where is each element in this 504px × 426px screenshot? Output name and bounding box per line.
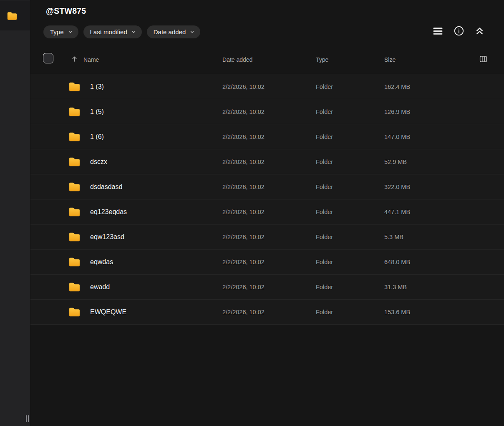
filter-pill-last-modified[interactable]: Last modified bbox=[83, 25, 142, 38]
table-row[interactable]: eqw123asd 2/2/2026, 10:02 Folder 5.3 MB bbox=[30, 224, 504, 249]
row-date-added: 2/2/2026, 10:02 bbox=[222, 284, 265, 290]
row-size: 5.3 MB bbox=[384, 234, 403, 240]
row-name: 1 (5) bbox=[90, 108, 104, 116]
table-header: Name Date added Type Size bbox=[30, 50, 504, 74]
row-type: Folder bbox=[316, 309, 333, 315]
row-name: eqw123asd bbox=[90, 233, 124, 241]
row-type: Folder bbox=[316, 284, 333, 290]
folder-icon bbox=[68, 81, 81, 92]
filter-toolbar: Type Last modified Date added bbox=[43, 25, 200, 38]
row-size: 447.1 MB bbox=[384, 209, 410, 215]
row-type: Folder bbox=[316, 134, 333, 140]
row-size: 126.9 MB bbox=[384, 108, 410, 115]
column-header-size[interactable]: Size bbox=[384, 56, 396, 63]
row-name: EWQEQWE bbox=[90, 308, 126, 316]
row-name: ewadd bbox=[90, 283, 110, 291]
column-header-name[interactable]: Name bbox=[83, 56, 99, 63]
filter-pill-date-added[interactable]: Date added bbox=[147, 25, 201, 38]
info-icon bbox=[454, 25, 464, 38]
list-view-button[interactable] bbox=[432, 26, 444, 37]
chevrons-up-icon bbox=[474, 26, 485, 38]
table-row[interactable]: 1 (5) 2/2/2026, 10:02 Folder 126.9 MB bbox=[30, 99, 504, 124]
view-actions bbox=[432, 26, 485, 37]
folder-icon bbox=[68, 181, 81, 192]
folder-icon bbox=[68, 131, 81, 142]
row-date-added: 2/2/2026, 10:02 bbox=[222, 309, 265, 315]
table-row[interactable]: eq123eqdas 2/2/2026, 10:02 Folder 447.1 … bbox=[30, 199, 504, 224]
columns-settings-button[interactable] bbox=[478, 54, 489, 65]
table-row[interactable]: 1 (3) 2/2/2026, 10:02 Folder 162.4 MB bbox=[30, 74, 504, 99]
row-name: dsczx bbox=[90, 158, 107, 166]
row-type: Folder bbox=[316, 209, 333, 215]
row-name: dsdasdasd bbox=[90, 183, 122, 191]
table-row[interactable]: ewadd 2/2/2026, 10:02 Folder 31.3 MB bbox=[30, 274, 504, 299]
folder-icon bbox=[68, 207, 81, 217]
folder-icon bbox=[68, 282, 81, 292]
row-type: Folder bbox=[316, 259, 333, 265]
row-size: 153.6 MB bbox=[384, 309, 410, 315]
row-type: Folder bbox=[316, 184, 333, 190]
row-date-added: 2/2/2026, 10:02 bbox=[222, 108, 265, 115]
row-size: 322.0 MB bbox=[384, 184, 410, 190]
rows-icon bbox=[432, 25, 444, 38]
row-date-added: 2/2/2026, 10:02 bbox=[222, 159, 265, 165]
chevron-down-icon bbox=[68, 28, 73, 35]
row-type: Folder bbox=[316, 83, 333, 90]
filter-pill-type[interactable]: Type bbox=[43, 25, 78, 38]
row-date-added: 2/2/2026, 10:02 bbox=[222, 209, 265, 215]
row-date-added: 2/2/2026, 10:02 bbox=[222, 184, 265, 190]
row-size: 147.0 MB bbox=[384, 134, 410, 140]
arrow-up-icon[interactable] bbox=[71, 55, 78, 65]
info-button[interactable] bbox=[453, 26, 464, 37]
folder-icon bbox=[68, 307, 81, 317]
row-date-added: 2/2/2026, 10:02 bbox=[222, 259, 265, 265]
row-date-added: 2/2/2026, 10:02 bbox=[222, 134, 265, 140]
row-size: 162.4 MB bbox=[384, 83, 410, 90]
select-all-checkbox[interactable] bbox=[43, 53, 53, 63]
chevron-down-icon bbox=[190, 28, 194, 35]
column-header-date-added[interactable]: Date added bbox=[222, 56, 252, 63]
row-size: 52.9 MB bbox=[384, 159, 407, 165]
filter-pill-label: Date added bbox=[154, 28, 186, 35]
row-type: Folder bbox=[316, 159, 333, 165]
row-type: Folder bbox=[316, 108, 333, 115]
page-title: @STW875 bbox=[46, 6, 86, 16]
folder-icon bbox=[68, 106, 81, 117]
folder-icon bbox=[68, 257, 81, 267]
row-size: 648.0 MB bbox=[384, 259, 410, 265]
table-body: 1 (3) 2/2/2026, 10:02 Folder 162.4 MB 1 … bbox=[30, 74, 504, 325]
row-name: eqwdas bbox=[90, 258, 113, 266]
chevron-down-icon bbox=[131, 28, 136, 35]
folder-icon bbox=[68, 232, 81, 242]
sidebar-app-button[interactable] bbox=[0, 0, 30, 30]
filter-pill-label: Last modified bbox=[90, 28, 127, 35]
row-type: Folder bbox=[316, 234, 333, 240]
column-header-type[interactable]: Type bbox=[316, 56, 328, 63]
table-row[interactable]: dsczx 2/2/2026, 10:02 Folder 52.9 MB bbox=[30, 149, 504, 174]
row-name: eq123eqdas bbox=[90, 208, 127, 216]
folder-icon bbox=[7, 15, 18, 22]
row-size: 31.3 MB bbox=[384, 284, 407, 290]
row-name: 1 (6) bbox=[90, 133, 104, 141]
table-row[interactable]: EWQEQWE 2/2/2026, 10:02 Folder 153.6 MB bbox=[30, 299, 504, 324]
table-row[interactable]: eqwdas 2/2/2026, 10:02 Folder 648.0 MB bbox=[30, 249, 504, 274]
table-row[interactable]: dsdasdasd 2/2/2026, 10:02 Folder 322.0 M… bbox=[30, 174, 504, 199]
folder-icon bbox=[68, 156, 81, 167]
table-row[interactable]: 1 (6) 2/2/2026, 10:02 Folder 147.0 MB bbox=[30, 124, 504, 149]
row-date-added: 2/2/2026, 10:02 bbox=[222, 83, 265, 90]
main-content: @STW875 Type Last modified Date added bbox=[30, 0, 504, 426]
filter-pill-label: Type bbox=[50, 28, 64, 35]
collapse-button[interactable] bbox=[474, 26, 485, 37]
sidebar bbox=[0, 0, 30, 426]
row-name: 1 (3) bbox=[90, 83, 104, 91]
row-date-added: 2/2/2026, 10:02 bbox=[222, 234, 265, 240]
columns-icon bbox=[479, 55, 488, 65]
sidebar-resize-handle[interactable] bbox=[26, 415, 29, 422]
